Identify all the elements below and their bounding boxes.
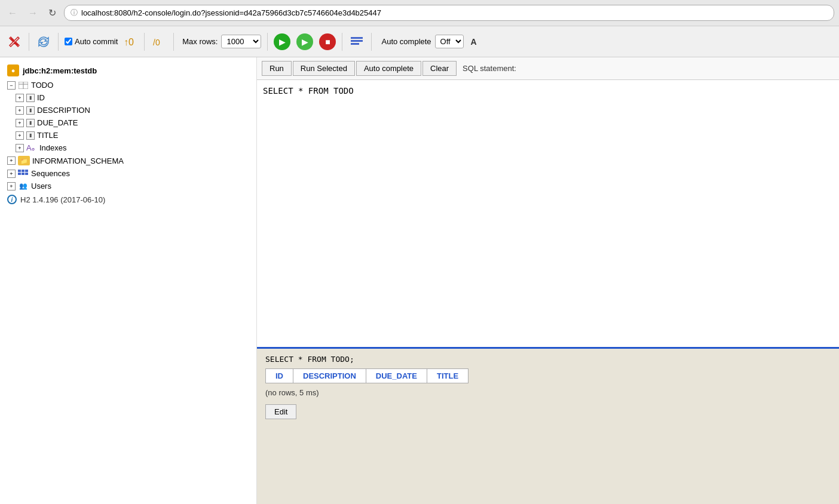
users-expand[interactable]: + (7, 182, 16, 190)
col-desc-icon: ▮ (26, 106, 35, 115)
svg-rect-8 (18, 170, 21, 172)
users-row[interactable]: + 👥 Users (0, 180, 256, 192)
results-query-text: SELECT * FROM TODO; (265, 355, 831, 364)
todo-table-row[interactable]: − TODO (0, 79, 256, 91)
col-desc-row[interactable]: + ▮ DESCRIPTION (0, 104, 256, 116)
clear-sql-button[interactable]: Clear (422, 61, 457, 76)
run-selected-button[interactable]: ▶ (296, 33, 313, 50)
col-title-icon: ▮ (26, 131, 35, 140)
run-selected-sql-button[interactable]: Run Selected (293, 61, 355, 76)
sep6 (342, 33, 342, 51)
version-text: H2 1.4.196 (2017-06-10) (20, 195, 105, 204)
table-icon (18, 81, 29, 90)
svg-rect-2 (351, 37, 363, 39)
col-desc-expand[interactable]: + (16, 106, 24, 115)
col-duedate-row[interactable]: + ▮ DUE_DATE (0, 116, 256, 129)
db-name-row[interactable]: ● jdbc:h2:mem:testdb (0, 62, 256, 79)
edit-button[interactable]: Edit (265, 404, 296, 419)
col-header-id[interactable]: ID (266, 369, 293, 383)
extra-label: A (471, 37, 477, 47)
folder-icon: 📁 (18, 156, 30, 165)
results-info: (no rows, 5 ms) (265, 388, 831, 397)
results-table: ID DESCRIPTION DUE_DATE TITLE (265, 368, 469, 383)
sep3 (144, 33, 145, 51)
autocomplete-sql-button[interactable]: Auto complete (356, 61, 421, 76)
col-duedate-icon: ▮ (26, 119, 35, 127)
db-icon: ● (7, 64, 19, 76)
version-row: i H2 1.4.196 (2017-06-10) (0, 192, 256, 207)
sep2 (58, 33, 59, 51)
sql-toolbar: Run Run Selected Auto complete Clear SQL… (257, 57, 839, 80)
stop-button[interactable]: ■ (319, 33, 336, 50)
disconnect-icon[interactable] (6, 33, 23, 50)
svg-text:/0: /0 (153, 38, 160, 47)
browser-chrome: ← → ↻ ⓘ localhost:8080/h2-console/login.… (0, 0, 839, 26)
right-panel: Run Run Selected Auto complete Clear SQL… (257, 57, 839, 504)
autocomplete-select[interactable]: Off On (435, 35, 464, 48)
indexes-row[interactable]: + Aₒ Indexes (0, 142, 256, 154)
back-button[interactable]: ← (5, 7, 20, 20)
users-icon: 👥 (18, 182, 29, 190)
col-id-icon: ▮ (26, 94, 35, 102)
sep4 (173, 33, 174, 51)
col-header-title[interactable]: TITLE (427, 369, 468, 383)
col-id-label: ID (37, 93, 45, 102)
info-schema-expand[interactable]: + (7, 156, 16, 165)
col-desc-label: DESCRIPTION (37, 106, 90, 115)
col-title-expand[interactable]: + (16, 131, 24, 140)
results-area: SELECT * FROM TODO; ID DESCRIPTION DUE_D… (257, 349, 839, 504)
maxrows-label: Max rows: (182, 37, 218, 46)
col-title-row[interactable]: + ▮ TITLE (0, 129, 256, 142)
sequences-label: Sequences (31, 169, 70, 178)
info-schema-label: INFORMATION_SCHEMA (32, 156, 124, 165)
indexes-icon: Aₒ (26, 143, 37, 152)
refresh-icon[interactable] (35, 33, 52, 50)
col-header-duedate[interactable]: DUE_DATE (366, 369, 427, 383)
autocommit-label: Auto commit (75, 37, 118, 46)
address-bar[interactable]: ⓘ localhost:8080/h2-console/login.do?jse… (64, 5, 834, 21)
todo-table-label: TODO (31, 81, 53, 90)
autocommit-toggle[interactable]: Auto commit (65, 37, 118, 46)
autocomplete-label: Auto complete (381, 37, 431, 46)
sql-statement-label: SQL statement: (463, 64, 516, 73)
history-icon[interactable] (348, 33, 365, 50)
svg-rect-13 (25, 173, 28, 175)
indexes-label: Indexes (39, 143, 67, 152)
forward-button[interactable]: → (25, 7, 41, 20)
rollback-icon[interactable]: /0 (151, 33, 167, 50)
commit-icon[interactable]: ↑0 (121, 33, 138, 50)
col-id-row[interactable]: + ▮ ID (0, 91, 256, 104)
indexes-expand[interactable]: + (16, 144, 24, 152)
app-toolbar: Auto commit ↑0 /0 Max rows: 1000 500 100… (0, 26, 839, 57)
sep1 (29, 33, 29, 51)
todo-collapse-icon[interactable]: − (7, 81, 16, 90)
sep7 (371, 33, 372, 51)
refresh-button[interactable]: ↻ (45, 6, 59, 20)
info-schema-row[interactable]: + 📁 INFORMATION_SCHEMA (0, 154, 256, 167)
svg-rect-10 (22, 170, 25, 172)
svg-rect-11 (22, 173, 25, 175)
autocommit-checkbox[interactable] (65, 38, 72, 45)
main-layout: ● jdbc:h2:mem:testdb − TODO + ▮ ID + ▮ (0, 57, 839, 504)
svg-rect-3 (351, 40, 363, 42)
run-button[interactable]: ▶ (274, 33, 290, 50)
col-title-label: TITLE (37, 131, 58, 140)
version-info-icon: i (7, 195, 17, 204)
col-duedate-label: DUE_DATE (37, 118, 78, 127)
svg-rect-9 (18, 173, 21, 175)
sequences-expand[interactable]: + (7, 170, 16, 178)
db-name: jdbc:h2:mem:testdb (23, 66, 97, 75)
col-id-expand[interactable]: + (16, 94, 24, 102)
col-duedate-expand[interactable]: + (16, 119, 24, 127)
maxrows-select[interactable]: 1000 500 100 10000 (221, 35, 261, 48)
col-header-desc[interactable]: DESCRIPTION (293, 369, 366, 383)
sequences-row[interactable]: + Sequences (0, 167, 256, 180)
url-text: localhost:8080/h2-console/login.do?jsess… (81, 8, 381, 17)
sep5 (267, 33, 268, 51)
users-label: Users (31, 182, 51, 190)
svg-rect-12 (25, 170, 28, 172)
sequences-icon (18, 170, 29, 178)
svg-text:↑0: ↑0 (124, 37, 134, 47)
run-sql-button[interactable]: Run (262, 61, 292, 76)
sql-editor[interactable]: SELECT * FROM TODO (257, 80, 839, 349)
